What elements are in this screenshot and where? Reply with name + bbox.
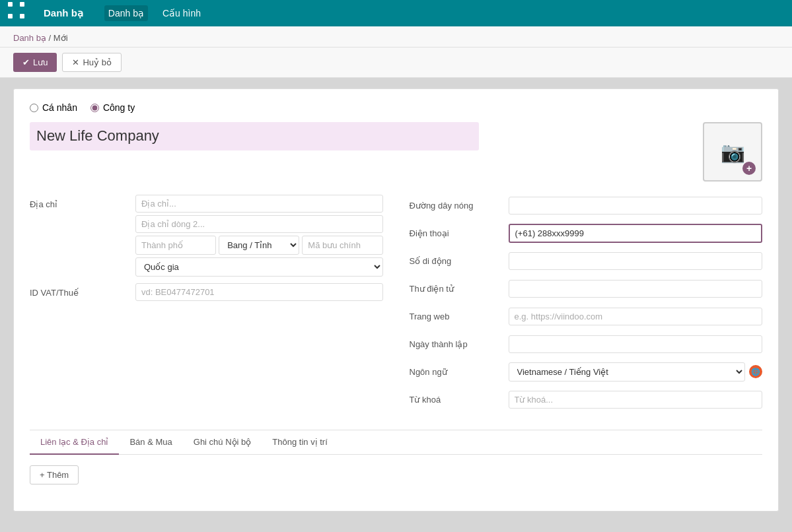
nav-danhba[interactable]: Danh bạ bbox=[104, 5, 148, 21]
cancel-button[interactable]: ✕ Huỷ bỏ bbox=[62, 53, 121, 72]
type-company[interactable]: Công ty bbox=[90, 102, 135, 113]
fields-section: Địa chỉ Bang / Tỉnh Quốc gia bbox=[30, 195, 762, 416]
label-individual: Cá nhân bbox=[42, 102, 77, 113]
photo-add-icon: + bbox=[742, 162, 756, 175]
mobile-row: Số di động bbox=[410, 250, 763, 271]
form-card: Cá nhân Công ty 📷 + Địa chỉ bbox=[13, 88, 779, 512]
vat-row: ID VAT/Thuế bbox=[30, 283, 383, 304]
action-bar: ✔ Lưu ✕ Huỷ bỏ bbox=[0, 48, 792, 78]
camera-icon: 📷 bbox=[721, 141, 745, 164]
city-input[interactable] bbox=[135, 236, 216, 255]
tags-label: Từ khoá bbox=[410, 395, 509, 405]
email-row: Thư điện tử bbox=[410, 278, 763, 299]
tags-row: Từ khoá bbox=[410, 389, 763, 410]
phone-row: Điện thoại bbox=[410, 222, 763, 244]
hotline-row: Đường dây nóng bbox=[410, 195, 763, 216]
globe-icon[interactable]: 🌐 bbox=[749, 365, 762, 378]
tab-lienlac[interactable]: Liên lạc & Địa chỉ bbox=[30, 430, 119, 455]
founded-input[interactable] bbox=[509, 335, 763, 353]
fields-left: Địa chỉ Bang / Tỉnh Quốc gia bbox=[30, 195, 383, 416]
breadcrumb-parent[interactable]: Danh bạ bbox=[13, 33, 46, 43]
mobile-label: Số di động bbox=[410, 256, 509, 266]
phone-input[interactable] bbox=[509, 224, 763, 243]
mobile-input[interactable] bbox=[509, 252, 763, 270]
language-row: Ngôn ngữ Vietnamese / Tiếng Việt 🌐 bbox=[410, 361, 763, 382]
check-icon: ✔ bbox=[22, 57, 30, 67]
website-input[interactable] bbox=[509, 308, 763, 325]
radio-company[interactable] bbox=[90, 104, 99, 112]
x-icon: ✕ bbox=[72, 57, 79, 67]
label-company: Công ty bbox=[103, 102, 135, 113]
vat-input[interactable] bbox=[135, 283, 383, 301]
tab-thongtin[interactable]: Thông tin vị trí bbox=[262, 430, 338, 455]
hotline-label: Đường dây nóng bbox=[410, 201, 509, 211]
phone-value bbox=[509, 224, 763, 243]
type-radio-row: Cá nhân Công ty bbox=[30, 102, 762, 113]
founded-label: Ngày thành lập bbox=[410, 339, 509, 349]
country-select[interactable]: Quốc gia bbox=[135, 257, 383, 277]
tab-ghichu[interactable]: Ghi chú Nội bộ bbox=[183, 430, 262, 455]
type-individual[interactable]: Cá nhân bbox=[30, 102, 77, 113]
nav-cauhinh[interactable]: Cấu hình bbox=[159, 5, 205, 21]
tab-content: + Thêm bbox=[30, 455, 762, 495]
tags-value bbox=[509, 391, 763, 409]
address-line1[interactable] bbox=[135, 195, 383, 213]
phone-label: Điện thoại bbox=[410, 228, 509, 238]
radio-individual[interactable] bbox=[30, 104, 38, 112]
zip-input[interactable] bbox=[302, 236, 382, 255]
address-inputs: Bang / Tỉnh Quốc gia bbox=[135, 195, 383, 277]
page-content: Cá nhân Công ty 📷 + Địa chỉ bbox=[0, 78, 792, 522]
hotline-input[interactable] bbox=[509, 197, 763, 215]
website-value bbox=[509, 308, 763, 325]
website-label: Trang web bbox=[410, 312, 509, 321]
breadcrumb-current: Mới bbox=[54, 33, 68, 43]
save-button[interactable]: ✔ Lưu bbox=[13, 53, 57, 72]
website-row: Trang web bbox=[410, 306, 763, 327]
breadcrumb-bar: Danh bạ / Mới bbox=[0, 26, 792, 48]
hotline-value bbox=[509, 197, 763, 215]
language-select[interactable]: Vietnamese / Tiếng Việt bbox=[509, 362, 746, 382]
email-label: Thư điện tử bbox=[410, 284, 509, 294]
tags-input[interactable] bbox=[509, 391, 763, 409]
address-label: Địa chỉ bbox=[30, 195, 135, 209]
state-select[interactable]: Bang / Tỉnh bbox=[219, 236, 299, 255]
add-button[interactable]: + Thêm bbox=[30, 465, 79, 484]
founded-value bbox=[509, 335, 763, 353]
email-input[interactable] bbox=[509, 280, 763, 298]
company-name-input[interactable] bbox=[30, 122, 479, 150]
vat-value bbox=[135, 283, 383, 301]
tabs-bar: Liên lạc & Địa chỉ Bán & Mua Ghi chú Nội… bbox=[30, 430, 762, 455]
topnav: Danh bạ Danh bạ Cấu hình bbox=[0, 0, 792, 26]
name-photo-row: 📷 + bbox=[30, 122, 762, 182]
breadcrumb-separator: / bbox=[49, 33, 52, 43]
address-line2[interactable] bbox=[135, 215, 383, 233]
vat-label: ID VAT/Thuế bbox=[30, 283, 135, 298]
tabs-section: Liên lạc & Địa chỉ Bán & Mua Ghi chú Nội… bbox=[30, 430, 762, 495]
apps-grid-icon[interactable] bbox=[8, 2, 30, 24]
language-label: Ngôn ngữ bbox=[410, 367, 509, 377]
tab-banmua[interactable]: Bán & Mua bbox=[119, 430, 182, 455]
fields-right: Đường dây nóng Điện thoại Số di động bbox=[410, 195, 763, 416]
mobile-value bbox=[509, 252, 763, 270]
email-value bbox=[509, 280, 763, 298]
founded-row: Ngày thành lập bbox=[410, 333, 763, 354]
breadcrumb: Danh bạ / Mới bbox=[13, 33, 779, 43]
photo-upload-box[interactable]: 📷 + bbox=[703, 122, 762, 182]
app-title: Danh bạ bbox=[44, 7, 83, 19]
address-row: Địa chỉ Bang / Tỉnh Quốc gia bbox=[30, 195, 383, 277]
language-value: Vietnamese / Tiếng Việt 🌐 bbox=[509, 362, 763, 382]
